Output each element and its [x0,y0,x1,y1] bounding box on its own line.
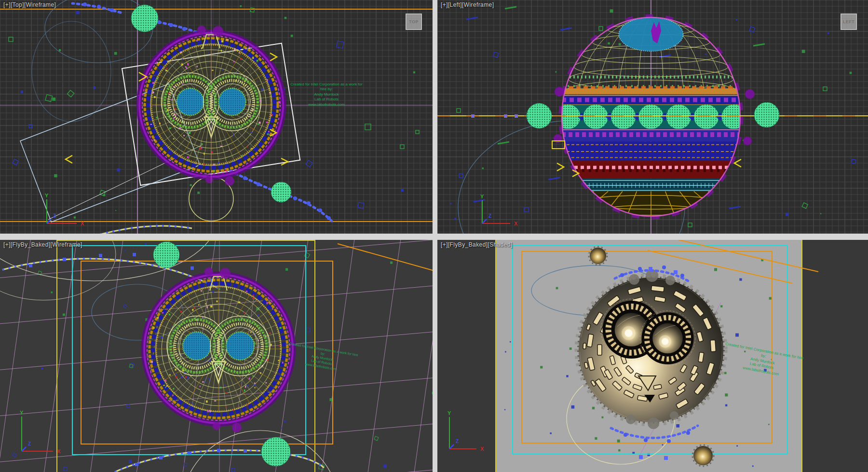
svg-text:Y: Y [480,194,484,199]
particle-sphere[interactable] [261,437,290,466]
svg-text:Z: Z [488,213,491,219]
svg-text:X: X [514,221,518,226]
particle-sphere[interactable] [754,102,779,127]
viewport-top-canvas[interactable]: YXZ [0,0,433,234]
svg-text:Y: Y [20,410,24,416]
viewport-flyby-shaded-canvas[interactable]: YXZ [437,240,868,472]
svg-text:Y: Y [45,193,49,198]
viewport-flyby-wireframe[interactable]: YXZ [+][FlyBy_Baked][Wireframe] Created … [0,240,433,472]
svg-text:Z: Z [456,439,459,444]
particle-sphere[interactable] [271,182,291,202]
viewport-flyby-wireframe-label[interactable]: [+][FlyBy_Baked][Wireframe] [3,241,82,248]
viewport-left-canvas[interactable]: YXZ [437,0,868,234]
svg-text:Z: Z [28,441,31,446]
viewport-left-label[interactable]: [+][Left][Wireframe] [441,1,494,8]
svg-text:X: X [480,446,484,452]
particle-sphere[interactable] [153,242,179,268]
viewport-flyby-shaded-label[interactable]: [+][FlyBy_Baked][Shaded] [441,241,513,248]
viewcube-left[interactable]: LEFT [841,14,857,30]
viewport-top-label[interactable]: [+][Top][Wireframe] [3,1,56,8]
particle-sphere[interactable] [527,103,552,128]
svg-text:X: X [81,221,84,226]
svg-text:Y: Y [448,410,451,416]
svg-text:X: X [57,448,61,454]
viewcube-top[interactable]: TOP [406,14,422,30]
viewport-top[interactable]: YXZ [+][Top][Wireframe] TOP Created for … [0,0,433,234]
viewport-left[interactable]: YXZ [+][Left][Wireframe] LEFT [437,0,868,234]
viewport-flyby-wireframe-canvas[interactable]: YXZ [0,240,433,472]
svg-text:Z: Z [53,213,56,219]
particle-sphere[interactable] [131,5,158,32]
max-quad-viewport: YXZ [+][Top][Wireframe] TOP Created for … [0,0,868,472]
viewport-flyby-shaded[interactable]: YXZ [+][FlyBy_Baked][Shaded] Created for… [437,240,868,472]
